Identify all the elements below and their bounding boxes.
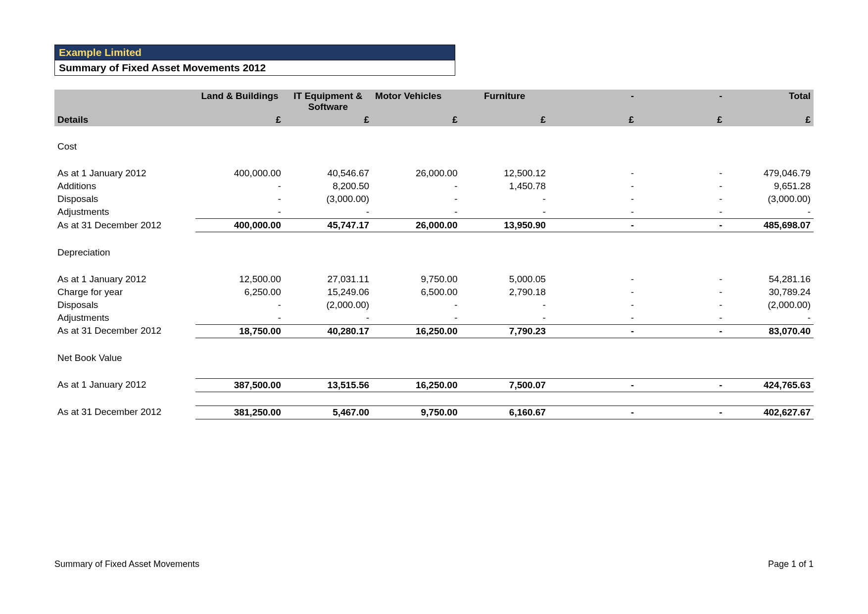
cell: 9,651.28 [725,180,814,193]
cell: 83,070.40 [725,324,814,338]
cell: 54,281.16 [725,273,814,286]
cell: - [637,299,725,311]
table-row: As at 1 January 2012 12,500.00 27,031.11… [54,273,814,286]
cell: 30,789.24 [725,286,814,299]
row-label: As at 31 December 2012 [54,324,195,338]
table-row: As at 31 December 2012 18,750.00 40,280.… [54,324,814,338]
cell: 15,249.06 [284,286,372,299]
cell: - [549,406,637,419]
table-row: Adjustments - - - - - - - [54,311,814,325]
table-row: Charge for year 6,250.00 15,249.06 6,500… [54,286,814,299]
currency-total: £ [725,113,814,126]
cell: - [549,219,637,232]
cell: - [195,205,284,219]
col-total: Total [725,90,814,113]
currency-c1: £ [195,113,284,126]
currency-c5: £ [549,113,637,126]
col-blank-5: - [549,90,637,113]
cost-label: Cost [54,140,195,153]
cell: - [549,167,637,180]
col-furniture: Furniture [460,90,548,113]
cell: - [284,205,372,219]
row-label: Disposals [54,193,195,205]
company-name: Example Limited [54,45,455,60]
cell: - [460,299,548,311]
row-label: As at 31 December 2012 [54,406,195,419]
cell: - [637,286,725,299]
cell: 6,160.67 [460,406,548,419]
cell: - [372,205,460,219]
cell: 381,250.00 [195,406,284,419]
cell: - [549,378,637,392]
row-label: As at 1 January 2012 [54,167,195,180]
footer-right: Page 1 of 1 [768,559,814,569]
currency-c6: £ [637,113,725,126]
col-motor-vehicles: Motor Vehicles [372,90,460,113]
row-label: Adjustments [54,311,195,325]
cell: - [284,311,372,325]
cell: - [549,299,637,311]
footer-left: Summary of Fixed Asset Movements [54,559,199,569]
cell: - [549,273,637,286]
cell: 479,046.79 [725,167,814,180]
cell: - [460,311,548,325]
cell: 16,250.00 [372,378,460,392]
report-title: Summary of Fixed Asset Movements 2012 [54,60,455,76]
cell: 1,450.78 [460,180,548,193]
row-label: Adjustments [54,205,195,219]
cell: - [637,167,725,180]
table-row: Disposals - (3,000.00) - - - - (3,000.00… [54,193,814,205]
cell: 6,250.00 [195,286,284,299]
cell: 400,000.00 [195,167,284,180]
table-row: As at 1 January 2012 387,500.00 13,515.5… [54,378,814,392]
cell: 40,546.67 [284,167,372,180]
table-row: Adjustments - - - - - - - [54,205,814,219]
cell: (2,000.00) [725,299,814,311]
row-label: Disposals [54,299,195,311]
cell: - [637,311,725,325]
cell: 16,250.00 [372,324,460,338]
cell: 2,790.18 [460,286,548,299]
cell: 26,000.00 [372,167,460,180]
cell: - [725,311,814,325]
col-blank-6: - [637,90,725,113]
table-row: As at 31 December 2012 381,250.00 5,467.… [54,406,814,419]
cell: - [372,311,460,325]
cell: 12,500.12 [460,167,548,180]
cell: 12,500.00 [195,273,284,286]
cell: - [637,378,725,392]
table-row: Additions - 8,200.50 - 1,450.78 - - 9,65… [54,180,814,193]
cell: 424,765.63 [725,378,814,392]
table-header-row: Details Land & Buildings IT Equipment & … [54,90,814,113]
cell: - [637,180,725,193]
cell: 27,031.11 [284,273,372,286]
cell: 400,000.00 [195,219,284,232]
row-label: As at 31 December 2012 [54,219,195,232]
cell: - [372,193,460,205]
table-row: As at 1 January 2012 400,000.00 40,546.6… [54,167,814,180]
cell: 26,000.00 [372,219,460,232]
cell: - [549,180,637,193]
cell: 13,950.90 [460,219,548,232]
currency-c2: £ [284,113,372,126]
cell: - [637,273,725,286]
row-label: Additions [54,180,195,193]
cell: - [460,205,548,219]
cell: 13,515.56 [284,378,372,392]
cell: - [637,406,725,419]
nbv-label: Net Book Value [54,352,195,364]
cell: - [549,193,637,205]
cell: - [725,205,814,219]
cell: - [549,311,637,325]
cell: - [460,193,548,205]
dep-label: Depreciation [54,246,195,259]
cell: 5,000.05 [460,273,548,286]
row-label: As at 1 January 2012 [54,378,195,392]
cell: - [549,205,637,219]
cell: 5,467.00 [284,406,372,419]
cell: 45,747.17 [284,219,372,232]
cell: 7,790.23 [460,324,548,338]
table-row: As at 31 December 2012 400,000.00 45,747… [54,219,814,232]
col-land-buildings: Land & Buildings [195,90,284,113]
fixed-asset-table: Details Land & Buildings IT Equipment & … [54,90,814,419]
